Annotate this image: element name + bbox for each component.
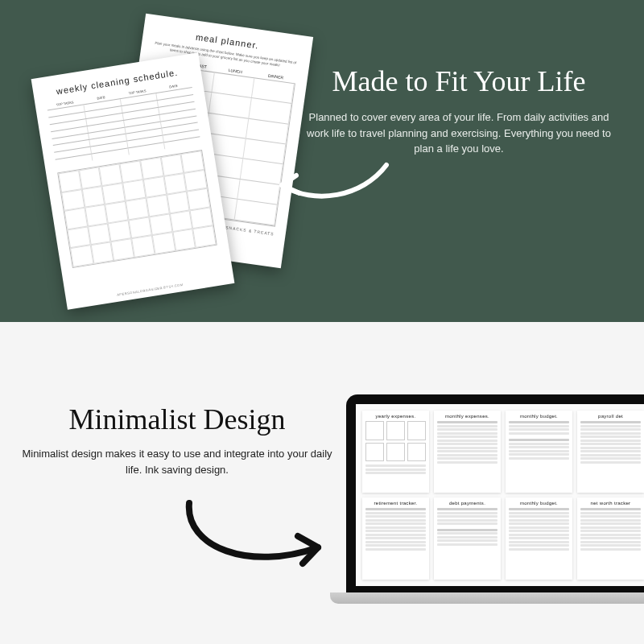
- thumb-net-worth: net worth tracker: [577, 497, 644, 580]
- planner-pages-mockup: meal planner. Plan your meals in advance…: [40, 24, 298, 322]
- heading-top: Made to Fit Your Life: [298, 64, 620, 98]
- laptop-screen: yearly expenses. monthly expenses. month…: [356, 404, 644, 586]
- arrow-left-icon: [266, 153, 394, 217]
- body-bottom: Minimalist design makes it easy to use a…: [16, 446, 338, 477]
- thumb-debt-payments: debt payments.: [434, 497, 501, 580]
- thumb-monthly-expenses: monthly expenses.: [434, 411, 501, 493]
- copy-bottom: Minimalist Design Minimalist design make…: [16, 402, 338, 477]
- thumb-payroll: payroll det: [577, 411, 644, 493]
- section-minimalist-design: Minimalist Design Minimalist design make…: [0, 322, 644, 644]
- section-made-to-fit: meal planner. Plan your meals in advance…: [0, 0, 644, 322]
- laptop-base: [330, 592, 644, 604]
- heading-bottom: Minimalist Design: [16, 402, 338, 436]
- thumb-monthly-budget-2: monthly budget.: [506, 497, 572, 580]
- laptop-screen-frame: yearly expenses. monthly expenses. month…: [346, 394, 644, 596]
- page-footer: APERSONALORGANIZER.ETSY.COM: [66, 275, 233, 305]
- thumb-monthly-budget-1: monthly budget.: [506, 411, 572, 493]
- arrow-right-icon: [177, 491, 338, 580]
- thumb-yearly-expenses: yearly expenses.: [362, 411, 429, 493]
- copy-top: Made to Fit Your Life Planned to cover e…: [298, 64, 620, 157]
- body-top: Planned to cover every area of your life…: [298, 109, 620, 157]
- thumb-retirement-tracker: retirement tracker.: [362, 497, 429, 580]
- page-cleaning-schedule: weekly cleaning schedule. TOP TASKS DATE…: [31, 52, 235, 309]
- laptop-mockup: yearly expenses. monthly expenses. month…: [338, 394, 644, 620]
- calendar-grid: [57, 150, 217, 268]
